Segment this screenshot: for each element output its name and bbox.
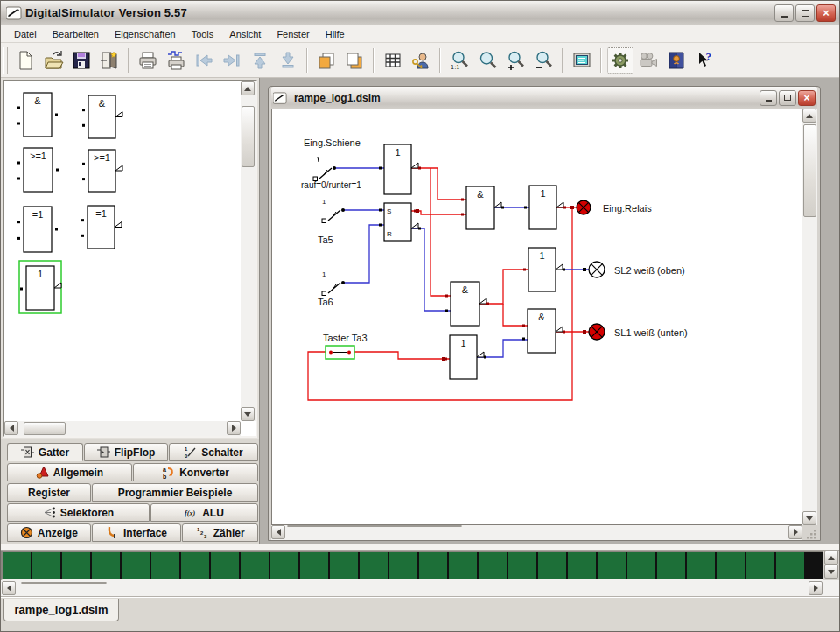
menu-bearbeiten[interactable]: Bearbeiten: [45, 27, 107, 41]
scroll-left-button[interactable]: [2, 581, 16, 595]
gate-n1[interactable]: 1: [379, 144, 421, 194]
tab-interface[interactable]: Interface: [92, 523, 182, 542]
tab-selektoren[interactable]: Selektoren: [7, 503, 150, 522]
copy-front-button[interactable]: [313, 47, 340, 74]
scroll-up-button[interactable]: [802, 109, 816, 123]
tab-konverter[interactable]: ab Konverter: [133, 463, 258, 481]
scrollbar-track[interactable]: [241, 95, 256, 407]
help-book-button[interactable]: [663, 47, 690, 74]
scroll-right-button[interactable]: [788, 525, 802, 539]
switch-taster-ta3[interactable]: Taster Ta3: [323, 333, 368, 359]
save-button[interactable]: [68, 47, 94, 74]
menu-eigenschaften[interactable]: Eigenschaften: [107, 27, 184, 41]
simulate-button[interactable]: [607, 47, 634, 74]
tab-gatter[interactable]: Gatter: [7, 443, 83, 461]
grid-button[interactable]: [380, 47, 406, 74]
gate-a2[interactable]: &: [445, 282, 489, 326]
scroll-left-button[interactable]: [271, 525, 285, 539]
lamp-eing-relais[interactable]: Eing.Relais: [577, 200, 652, 214]
nav-first-button[interactable]: [191, 47, 217, 74]
menu-hilfe[interactable]: Hilfe: [318, 27, 353, 41]
record-button[interactable]: [635, 47, 662, 74]
zoom-out-button[interactable]: [530, 47, 556, 74]
menu-ansicht[interactable]: Ansicht: [221, 27, 269, 41]
exit-button[interactable]: [96, 47, 122, 74]
document-close-button[interactable]: ×: [798, 90, 816, 106]
gate-a3[interactable]: &: [522, 309, 565, 353]
close-button[interactable]: ×: [816, 4, 836, 22]
zoom-in-button[interactable]: [502, 47, 528, 74]
minimize-button[interactable]: [774, 4, 794, 22]
palette-gate[interactable]: 1: [19, 261, 61, 313]
gate-n3[interactable]: 1: [523, 248, 565, 291]
timeline-down-button[interactable]: [824, 565, 838, 579]
palette-gate[interactable]: &: [82, 95, 122, 138]
scroll-right-button[interactable]: [227, 421, 241, 435]
gate-n4[interactable]: 1: [444, 335, 486, 379]
menu-datei[interactable]: Datei: [6, 27, 45, 41]
scrollbar-thumb[interactable]: [242, 106, 255, 167]
tab-flipflop[interactable]: FlipFlop: [84, 443, 168, 461]
palette-vertical-scrollbar[interactable]: [241, 81, 256, 421]
zoom-button[interactable]: [474, 47, 500, 74]
lamp-sl2-wei-oben-[interactable]: SL2 weiß (oben): [589, 262, 685, 277]
resize-grip[interactable]: [802, 525, 817, 540]
scrollbar-track[interactable]: [16, 582, 808, 595]
scrollbar-thumb[interactable]: [803, 124, 816, 217]
document-vertical-scrollbar[interactable]: [802, 109, 817, 525]
palette-gate[interactable]: >=1: [18, 148, 59, 192]
scrollbar-track[interactable]: [285, 525, 788, 540]
display-list-button[interactable]: [569, 47, 595, 74]
scrollbar-track[interactable]: [18, 421, 227, 436]
scroll-down-button[interactable]: [802, 511, 816, 525]
gate-a1[interactable]: &: [461, 186, 504, 229]
scroll-right-button[interactable]: [808, 581, 822, 595]
nav-bottom-button[interactable]: [275, 47, 301, 74]
switch-ta6[interactable]: 1Ta6: [318, 270, 345, 307]
palette-gate[interactable]: &: [18, 93, 58, 137]
switch-eing-schiene[interactable]: Eing.Schienerauf=0/runter=1: [301, 137, 361, 190]
user-key-button[interactable]: [408, 47, 434, 74]
menu-fenster[interactable]: Fenster: [269, 27, 317, 41]
scroll-down-button[interactable]: [241, 407, 255, 421]
document-titlebar[interactable]: rampe_log1.dsim ×: [271, 87, 817, 109]
nav-top-button[interactable]: [247, 47, 273, 74]
new-file-button[interactable]: [12, 47, 38, 74]
scroll-left-button[interactable]: [4, 421, 18, 435]
tab-programmier-beispiele[interactable]: Programmier Beispiele: [92, 483, 258, 502]
tab-register[interactable]: Register: [7, 483, 91, 502]
context-help-button[interactable]: ?: [691, 47, 718, 74]
switch-ta5[interactable]: 1Ta5: [318, 198, 345, 245]
document-window[interactable]: rampe_log1.dsim × 1SR&11&&1Eing.Schiener…: [268, 86, 821, 541]
timeline-horizontal-scrollbar[interactable]: [1, 580, 839, 597]
nav-last-button[interactable]: [219, 47, 245, 74]
document-maximize-button[interactable]: [779, 90, 796, 106]
menu-tools[interactable]: Tools: [184, 27, 222, 41]
gate-sr[interactable]: SR: [379, 203, 421, 241]
gate-n2[interactable]: 1: [524, 186, 566, 229]
print-signal-button[interactable]: [163, 47, 189, 74]
zoom-1-1-button[interactable]: 1:1: [446, 47, 472, 74]
titlebar[interactable]: DigitalSimulator Version 5.57 ×: [1, 1, 839, 25]
tab-zaehler[interactable]: 123 Zähler: [182, 523, 258, 542]
palette-canvas[interactable]: &&>=1>=1=1=11: [4, 81, 241, 422]
scrollbar-thumb[interactable]: [287, 525, 462, 527]
scrollbar-thumb[interactable]: [24, 422, 66, 435]
tab-alu[interactable]: f(x) ALU: [150, 503, 258, 522]
document-horizontal-scrollbar[interactable]: [271, 525, 802, 540]
timeline-up-button[interactable]: [824, 551, 838, 565]
scrollbar-thumb[interactable]: [21, 582, 107, 584]
palette-gate[interactable]: =1: [18, 207, 58, 252]
lamp-sl1-wei-unten-[interactable]: SL1 weiß (unten): [589, 324, 688, 340]
copy-back-button[interactable]: [341, 47, 368, 74]
tab-allgemein[interactable]: Allgemein: [7, 463, 132, 481]
scrollbar-track[interactable]: [802, 123, 817, 511]
tab-anzeige[interactable]: Anzeige: [7, 523, 91, 542]
tab-schalter[interactable]: 10 Schalter: [169, 443, 258, 461]
component-palette[interactable]: &&>=1>=1=1=11: [3, 80, 257, 438]
document-minimize-button[interactable]: [760, 90, 777, 106]
open-button[interactable]: [40, 47, 66, 74]
toolbar-grip[interactable]: [4, 47, 8, 74]
circuit-canvas[interactable]: 1SR&11&&1Eing.Schienerauf=0/runter=11Ta5…: [271, 109, 802, 525]
scroll-up-button[interactable]: [241, 81, 255, 95]
